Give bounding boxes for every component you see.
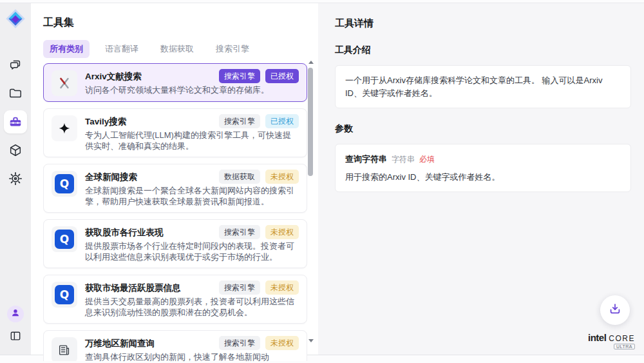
- newspaper-icon: [52, 337, 77, 361]
- status-badge: 未授权: [265, 280, 299, 295]
- list-scrollbar: [307, 59, 314, 344]
- status-badge: 未授权: [265, 225, 299, 239]
- intel-brand-text: intel: [588, 332, 606, 343]
- page-title: 工具集: [43, 16, 318, 30]
- param-name: 查询字符串: [345, 153, 387, 166]
- tool-description: 访问各个研究领域大量科学论文和文章的存储库。: [85, 85, 299, 96]
- tool-card-most-active-stocks[interactable]: Q 获取市场最活跃股票信息 搜索引擎 未授权 提供当天交易量最高的股票列表，投资…: [43, 275, 307, 324]
- arxiv-icon: [52, 70, 77, 96]
- tool-name: 万维地区新闻查询: [85, 336, 155, 349]
- tool-list-panel: 工具集 所有类别 语言翻译 数据获取 搜索引擎 Arxiv文献搜索: [31, 3, 318, 355]
- status-badge: 未授权: [265, 336, 299, 350]
- tool-description: 全球新闻搜索是一个聚合全球各大新闻网站内容的搜索引擎，帮助用户快速获取全球最新资…: [85, 186, 299, 207]
- sidebar-item-packages[interactable]: [4, 139, 27, 162]
- gear-icon: [8, 172, 23, 186]
- tool-card-global-news[interactable]: Q 全球新闻搜索 数据获取 未授权 全球新闻搜索是一个聚合全球各大新闻网站内容的…: [43, 164, 307, 213]
- download-button[interactable]: [600, 295, 630, 325]
- param-description: 用于搜索的Arxiv ID、关键字或作者姓名。: [345, 171, 621, 184]
- scroll-up-button[interactable]: [307, 59, 314, 66]
- user-avatar[interactable]: [7, 306, 24, 322]
- download-icon: [608, 302, 622, 319]
- detail-title: 工具详情: [335, 17, 631, 30]
- global-news-icon: Q: [52, 226, 77, 252]
- category-tabs: 所有类别 语言翻译 数据获取 搜索引擎: [43, 40, 318, 58]
- params-heading: 参数: [335, 123, 631, 135]
- tool-list: Arxiv文献搜索 搜索引擎 已授权 访问各个研究领域大量科学论文和文章的存储库…: [43, 63, 307, 361]
- tool-description: 提供当天交易量最高的股票列表，投资者可以利用这些信息来识别流动性强的股票和潜在的…: [85, 297, 299, 318]
- category-badge: 搜索引擎: [219, 225, 260, 239]
- panel-toggle-icon: [9, 329, 22, 345]
- tool-name: 获取市场最活跃股票信息: [85, 280, 181, 293]
- status-badge: 已授权: [265, 114, 299, 128]
- category-badge: 搜索引擎: [219, 69, 260, 83]
- category-badge: 搜索引擎: [219, 280, 260, 295]
- app-window: 工具集 所有类别 语言翻译 数据获取 搜索引擎 Arxiv文献搜索: [0, 3, 644, 355]
- global-news-icon: Q: [52, 282, 77, 308]
- tab-language-translation[interactable]: 语言翻译: [99, 40, 145, 58]
- param-required-label: 必填: [419, 153, 435, 165]
- status-badge: 已授权: [265, 69, 299, 83]
- sidebar-item-chat[interactable]: [4, 54, 27, 77]
- tool-name: Tavily搜索: [85, 114, 126, 127]
- tool-description: 提供股票市场各个行业在特定时间段内的表现。投资者可以利用这些信息来识别表现优于或…: [85, 241, 299, 262]
- folder-icon: [8, 86, 23, 101]
- tab-data-fetch[interactable]: 数据获取: [154, 40, 200, 58]
- param-card: 查询字符串 字符串 必填 用于搜索的Arxiv ID、关键字或作者姓名。: [335, 144, 631, 192]
- sidebar-item-files[interactable]: [4, 82, 27, 105]
- sidebar: [0, 3, 31, 355]
- chat-icon: [8, 58, 23, 72]
- category-badge: 数据获取: [219, 170, 260, 184]
- tool-card-tavily[interactable]: Tavily搜索 搜索引擎 已授权 专为人工智能代理(LLM)构建的搜索引擎工具…: [43, 108, 307, 157]
- intro-card: 一个用于从Arxiv存储库搜索科学论文和文章的工具。 输入可以是Arxiv ID…: [335, 65, 631, 108]
- global-news-icon: Q: [52, 171, 77, 197]
- tool-card-arxiv[interactable]: Arxiv文献搜索 搜索引擎 已授权 访问各个研究领域大量科学论文和文章的存储库…: [43, 63, 307, 102]
- sidebar-item-tools[interactable]: [4, 110, 27, 133]
- tool-card-regional-news[interactable]: 万维地区新闻查询 搜索引擎 未授权 查询具体行政区划内的新闻，快速了解各地新闻动: [43, 330, 307, 361]
- ultra-badge: Ultra: [614, 344, 635, 349]
- scroll-down-button[interactable]: [307, 337, 314, 344]
- category-badge: 搜索引擎: [219, 114, 260, 128]
- param-type: 字符串: [392, 153, 415, 165]
- status-badge: 未授权: [265, 170, 299, 184]
- core-brand-text: CORE: [609, 334, 635, 343]
- tab-all-categories[interactable]: 所有类别: [43, 40, 90, 58]
- tool-name: Arxiv文献搜索: [85, 69, 142, 82]
- app-logo-icon: [5, 8, 26, 29]
- tool-description: 查询具体行政区划内的新闻，快速了解各地新闻动: [85, 352, 299, 361]
- intro-text: 一个用于从Arxiv存储库搜索科学论文和文章的工具。 输入可以是Arxiv ID…: [345, 75, 602, 98]
- sparkle-icon: [52, 115, 77, 141]
- person-icon: [10, 308, 21, 320]
- tool-name: 全球新闻搜索: [85, 170, 137, 182]
- tool-name: 获取股市各行业表现: [85, 225, 164, 238]
- toolbox-icon: [8, 115, 23, 129]
- intro-heading: 工具介绍: [335, 44, 631, 56]
- cube-icon: [8, 143, 23, 157]
- intel-core-ultra-logo: intel CORE Ultra: [588, 332, 635, 349]
- tool-description: 专为人工智能代理(LLM)构建的搜索引擎工具，可快速提供实时、准确和真实的结果。: [85, 130, 299, 152]
- category-badge: 搜索引擎: [219, 336, 260, 350]
- sidebar-bottom: [6, 306, 24, 346]
- tool-card-sector-performance[interactable]: Q 获取股市各行业表现 搜索引擎 未授权 提供股票市场各个行业在特定时间段内的表…: [43, 219, 307, 268]
- sidebar-item-settings[interactable]: [4, 167, 27, 190]
- tool-detail-panel: 工具详情 工具介绍 一个用于从Arxiv存储库搜索科学论文和文章的工具。 输入可…: [318, 3, 644, 355]
- tab-search-engine[interactable]: 搜索引擎: [209, 40, 256, 58]
- collapse-sidebar-button[interactable]: [6, 329, 24, 346]
- scrollbar-thumb[interactable]: [308, 68, 313, 176]
